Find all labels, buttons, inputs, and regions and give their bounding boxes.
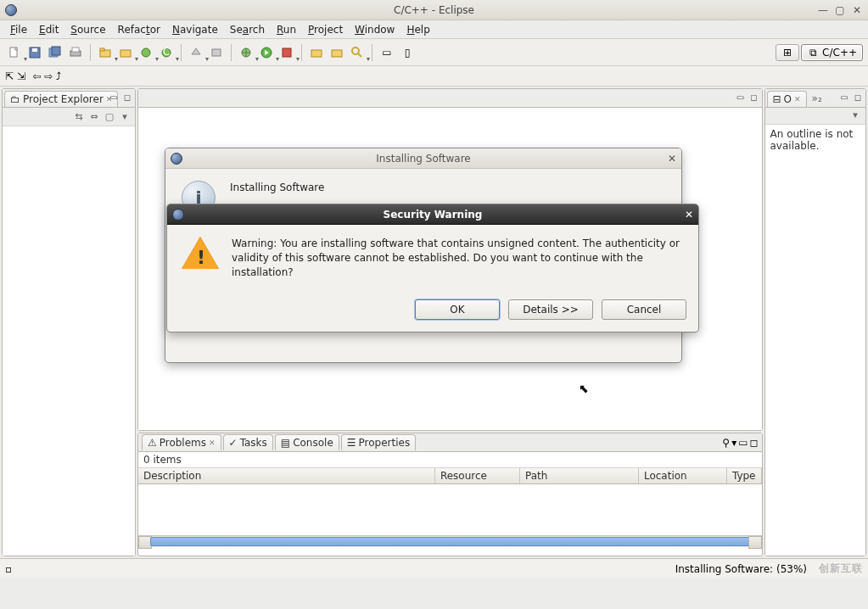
close-icon[interactable]: ✕ bbox=[209, 439, 216, 447]
svg-point-10 bbox=[142, 48, 150, 57]
menu-run[interactable]: Run bbox=[272, 22, 301, 37]
minimize-button[interactable]: — bbox=[817, 4, 829, 16]
new-source-button[interactable] bbox=[137, 43, 155, 62]
maximize-view-button[interactable]: ◻ bbox=[121, 91, 133, 103]
warning-icon bbox=[181, 237, 220, 279]
properties-tab[interactable]: ☰Properties bbox=[341, 434, 416, 450]
console-icon: ▤ bbox=[281, 437, 290, 449]
ok-button[interactable]: OK bbox=[415, 299, 500, 320]
col-path[interactable]: Path bbox=[520, 468, 639, 483]
new-folder-button[interactable] bbox=[116, 43, 135, 62]
outline-tab[interactable]: ⊟O✕ bbox=[767, 91, 807, 107]
close-button[interactable]: ✕ bbox=[851, 4, 863, 16]
build-button[interactable] bbox=[187, 43, 205, 62]
collapse-all-icon[interactable]: ⇆ bbox=[72, 110, 86, 124]
open-task-button[interactable] bbox=[328, 43, 346, 62]
security-dialog-title: Security Warning bbox=[384, 209, 483, 221]
col-description[interactable]: Description bbox=[138, 468, 435, 483]
toggle-mark-button[interactable]: ▭ bbox=[378, 43, 396, 62]
cancel-button[interactable]: Cancel bbox=[602, 299, 686, 320]
maximize-outline-button[interactable]: ◻ bbox=[852, 91, 864, 103]
app-icon bbox=[171, 153, 182, 165]
focus-icon[interactable]: ▢ bbox=[103, 110, 116, 124]
svg-rect-4 bbox=[52, 47, 60, 55]
app-icon bbox=[5, 4, 17, 16]
status-progress: Installing Software: (53%) bbox=[675, 563, 807, 575]
tasks-icon: ✓ bbox=[229, 437, 238, 449]
problems-table-body bbox=[138, 484, 762, 535]
window-title: C/C++ - Eclipse bbox=[394, 4, 474, 16]
menu-navigate[interactable]: Navigate bbox=[167, 22, 223, 37]
project-explorer-tab[interactable]: 🗀 Project Explorer ✕ bbox=[4, 91, 118, 107]
details-button[interactable]: Details >> bbox=[508, 299, 593, 320]
editor-maximize-button[interactable]: ◻ bbox=[748, 91, 760, 103]
menu-project[interactable]: Project bbox=[303, 22, 348, 37]
nav-forward-button[interactable]: ⇨ bbox=[44, 70, 53, 82]
new-project-button[interactable] bbox=[96, 43, 115, 62]
print-button[interactable] bbox=[66, 43, 85, 62]
menu-help[interactable]: Help bbox=[401, 22, 434, 37]
problems-table-header: Description Resource Path Location Type bbox=[138, 468, 762, 484]
minimize-panel-button[interactable]: ▭ bbox=[738, 437, 748, 449]
run-button[interactable] bbox=[257, 43, 276, 62]
menu-refactor[interactable]: Refactor bbox=[113, 22, 165, 37]
col-type[interactable]: Type bbox=[727, 468, 762, 483]
forward-button[interactable]: ⇲ bbox=[17, 70, 25, 82]
minimize-view-button[interactable]: ▭ bbox=[108, 91, 120, 103]
view-menu-icon[interactable]: ▾ bbox=[118, 110, 132, 124]
menu-window[interactable]: Window bbox=[350, 22, 400, 37]
nav-back-button[interactable]: ⇦ bbox=[32, 70, 41, 82]
open-perspective-button[interactable]: ⊞ bbox=[776, 44, 799, 61]
outline-empty-text: An outline is not available. bbox=[765, 125, 866, 155]
outline-icon: ⊟ bbox=[773, 93, 781, 105]
debug-button[interactable] bbox=[237, 43, 255, 62]
back-button[interactable]: ⇱ bbox=[5, 70, 14, 82]
console-tab[interactable]: ▤Console bbox=[275, 434, 339, 450]
view-menu-icon[interactable]: ▾ bbox=[731, 437, 736, 449]
svg-rect-17 bbox=[311, 50, 322, 57]
perspective-cpp[interactable]: ⧉C/C++ bbox=[801, 44, 863, 61]
menu-file[interactable]: File bbox=[5, 22, 32, 37]
problems-tab[interactable]: ⚠Problems✕ bbox=[142, 434, 221, 450]
link-editor-icon[interactable]: ⇔ bbox=[87, 110, 101, 124]
col-location[interactable]: Location bbox=[639, 468, 727, 483]
col-resource[interactable]: Resource bbox=[435, 468, 520, 483]
close-icon[interactable]: ✕ bbox=[794, 95, 801, 103]
bottom-panel: ⚠Problems✕ ✓Tasks ▤Console ☰Properties ⚲… bbox=[137, 433, 763, 556]
nav-up-button[interactable]: ⤴ bbox=[56, 70, 61, 82]
svg-rect-6 bbox=[72, 47, 79, 52]
security-dialog-close-button[interactable]: ✕ bbox=[685, 209, 693, 221]
svg-rect-13 bbox=[212, 49, 221, 56]
minimize-outline-button[interactable]: ▭ bbox=[838, 91, 850, 103]
svg-point-19 bbox=[352, 47, 359, 54]
perspective-switcher: ⊞ ⧉C/C++ bbox=[776, 44, 863, 61]
new-button[interactable] bbox=[5, 43, 24, 62]
status-left-icon: ▫ bbox=[5, 563, 12, 575]
svg-text:C: C bbox=[163, 46, 170, 58]
maximize-button[interactable]: ▢ bbox=[834, 4, 846, 16]
main-toolbar: C ▭ ▯ ⊞ ⧉C/C++ bbox=[0, 39, 868, 66]
filter-icon[interactable]: ⚲ bbox=[722, 437, 730, 449]
statusbar: ▫ Installing Software: (53%) 创新互联 bbox=[0, 558, 868, 578]
security-dialog-titlebar: Security Warning ✕ bbox=[167, 204, 698, 225]
search-button[interactable] bbox=[348, 43, 367, 62]
menu-search[interactable]: Search bbox=[225, 22, 270, 37]
save-all-button[interactable] bbox=[46, 43, 64, 62]
new-class-button[interactable]: C bbox=[157, 43, 176, 62]
problems-icon: ⚠ bbox=[148, 437, 157, 449]
save-button[interactable] bbox=[25, 43, 44, 62]
menu-source[interactable]: Source bbox=[65, 22, 110, 37]
app-icon bbox=[172, 209, 184, 221]
open-type-button[interactable] bbox=[307, 43, 326, 62]
outline-menu-icon[interactable]: ▾ bbox=[848, 108, 862, 121]
pin-button[interactable]: ▯ bbox=[398, 43, 417, 62]
external-tools-button[interactable] bbox=[277, 43, 296, 62]
install-dialog-close-button[interactable]: ✕ bbox=[668, 153, 676, 165]
menu-edit[interactable]: Edit bbox=[34, 22, 64, 37]
tasks-tab[interactable]: ✓Tasks bbox=[223, 434, 273, 450]
horizontal-scrollbar[interactable] bbox=[138, 535, 762, 547]
menubar: File Edit Source Refactor Navigate Searc… bbox=[0, 20, 868, 39]
maximize-panel-button[interactable]: ◻ bbox=[750, 437, 759, 449]
build-all-button[interactable] bbox=[207, 43, 226, 62]
editor-minimize-button[interactable]: ▭ bbox=[735, 91, 747, 103]
